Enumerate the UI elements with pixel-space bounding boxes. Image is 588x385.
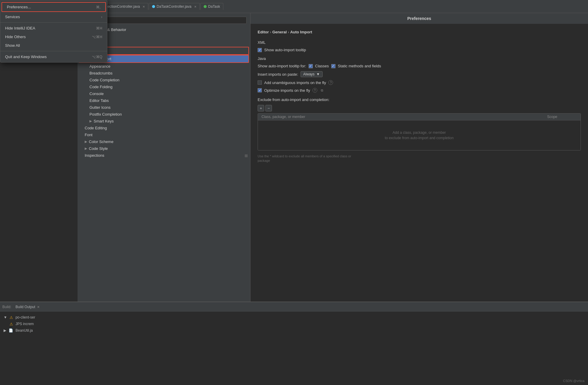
optimize-imports-checkbox[interactable]: ✓ (258, 88, 262, 92)
breadcrumb: Editor › General › Auto Import (258, 30, 581, 34)
pref-item-color-scheme[interactable]: ▶ Color Scheme (78, 138, 250, 145)
menu-shortcut: ⌘, (96, 5, 100, 9)
menu-divider-2 (0, 51, 107, 51)
services-menu-item[interactable]: Services › (0, 13, 107, 21)
breadcrumb-auto-import: Auto Import (290, 30, 312, 34)
menu-item-label: Hide IntelliJ IDEA (5, 26, 35, 30)
bottom-panel-tabs: Build: Build Output ✕ (0, 302, 588, 312)
chevron-down-icon: ▼ (316, 72, 320, 76)
file-icon: 📄 (9, 328, 13, 333)
menu-divider-1 (0, 22, 107, 23)
pref-item-code-style[interactable]: ▶ Code Style (78, 145, 250, 152)
hide-intellij-menu-item[interactable]: Hide IntelliJ IDEA ⌘H (0, 24, 107, 32)
quit-menu-item[interactable]: Quit and Keep Windows ⌥⌘Q (0, 52, 107, 61)
build-output-tab[interactable]: Build Output ✕ (13, 304, 43, 310)
add-unambiguous-checkbox[interactable] (258, 80, 262, 85)
pref-item-console[interactable]: Console (78, 90, 250, 97)
xml-show-tooltip-checkbox[interactable]: ✓ (258, 48, 262, 52)
exclude-toolbar: + − (258, 105, 581, 111)
breadcrumb-sep2: › (288, 30, 290, 34)
classes-label: Classes (315, 64, 329, 68)
pref-item-label: Smart Keys (94, 119, 114, 123)
menu-shortcut: ⌥⌘Q (92, 55, 102, 59)
exclude-section: Exclude from auto-import and completion:… (258, 97, 581, 163)
menu-item-label: Hide Others (5, 35, 26, 39)
hint-line2: to exclude from auto-import and completi… (385, 135, 454, 141)
chevron-right-icon: ▶ (85, 140, 87, 144)
pref-item-editor-tabs[interactable]: Editor Tabs (78, 97, 250, 104)
build-row-po-client[interactable]: ▼ ⚠ po-client-ser (4, 314, 584, 321)
pref-item-breadcrumbs[interactable]: Breadcrumbs (78, 70, 250, 77)
tab-datask[interactable]: DaTask (200, 3, 223, 10)
tab-close-icon[interactable]: ✕ (143, 5, 145, 8)
pref-item-font[interactable]: Font (78, 131, 250, 138)
pref-item-label: Breadcrumbs (89, 71, 112, 75)
menu-shortcut: ⌘H (96, 26, 102, 30)
chevron-down-icon: ▼ (4, 315, 7, 319)
optimize-imports-row: ✓ Optimize imports on the fly ? ⧉ (258, 88, 581, 93)
add-unambiguous-row: Add unambiguous imports on the fly ? (258, 80, 581, 85)
warning-icon: ⚠ (10, 322, 13, 326)
static-methods-label: Static methods and fields (338, 64, 381, 68)
tab-close-icon[interactable]: ✕ (37, 305, 40, 309)
pref-item-label: Console (89, 91, 104, 96)
pref-item-label: Appearance (89, 64, 110, 69)
empty-hint: Add a class, package, or member to exclu… (385, 130, 454, 141)
remove-exclude-button[interactable]: − (265, 105, 272, 111)
pref-item-inspections[interactable]: Inspections ▦ (78, 152, 250, 159)
chevron-right-icon: ▶ (85, 147, 87, 150)
pref-item-appearance[interactable]: Appearance (78, 63, 250, 70)
insert-imports-dropdown[interactable]: Always ▼ (301, 71, 323, 77)
hide-others-menu-item[interactable]: Hide Others ⌥⌘H (0, 32, 107, 41)
table-header: Class, package, or member Scope (258, 114, 581, 120)
build-row-beanutil[interactable]: ▶ 📄 BeanUtil.ja (4, 327, 584, 334)
preferences-menu-item[interactable]: Preferences... ⌘, (2, 3, 105, 11)
pref-item-label: Code Folding (89, 85, 112, 89)
col-scope: Scope (547, 115, 577, 119)
chevron-right-icon: › (101, 15, 102, 19)
help-icon-optimize[interactable]: ? (312, 88, 317, 93)
pref-item-label: Code Style (89, 146, 108, 151)
tab-close-icon[interactable]: ✕ (194, 5, 196, 8)
pref-item-code-folding[interactable]: Code Folding (78, 83, 250, 90)
add-unambiguous-label: Add unambiguous imports on the fly (264, 80, 326, 85)
tab-label: DaTask (208, 4, 220, 9)
build-item-label: BeanUtil.ja (16, 328, 33, 333)
pref-item-postfix-completion[interactable]: Postfix Completion (78, 111, 250, 118)
xml-section-label: XML (258, 40, 581, 45)
pref-dialog-title: Preferences (250, 13, 588, 24)
pref-item-code-editing[interactable]: Code Editing (78, 125, 250, 131)
build-item-label: po-client-ser (16, 315, 35, 319)
build-item-label: JPS increm (16, 322, 34, 326)
copy-icon[interactable]: ⧉ (320, 88, 324, 93)
col-class-package: Class, package, or member (261, 115, 547, 119)
pref-item-label: Editor Tabs (89, 98, 109, 103)
pref-item-code-completion[interactable]: Code Completion (78, 77, 250, 83)
pref-item-label: Code Editing (85, 126, 107, 130)
insert-imports-row: Insert imports on paste: Always ▼ (258, 71, 581, 77)
tab-label: Build Output (16, 305, 35, 309)
pref-item-gutter-icons[interactable]: Gutter Icons (78, 104, 250, 111)
add-exclude-button[interactable]: + (258, 105, 264, 111)
warning-icon: ⚠ (10, 315, 13, 320)
menu-shortcut: ⌥⌘H (92, 35, 102, 39)
breadcrumb-sep1: › (270, 30, 272, 34)
tab-label: DaTaskController.java (157, 4, 191, 9)
pref-item-label: Color Scheme (89, 139, 113, 144)
classes-checkbox[interactable]: ✓ (309, 64, 313, 68)
build-row-jps[interactable]: ⚠ JPS increm (4, 321, 584, 327)
pref-item-smart-keys[interactable]: ▶ Smart Keys (78, 118, 250, 125)
help-icon[interactable]: ? (328, 80, 333, 85)
static-methods-checkbox[interactable]: ✓ (331, 64, 335, 68)
build-label: Build: (2, 305, 11, 309)
tab-dot (204, 5, 207, 8)
show-all-menu-item[interactable]: Show All (0, 41, 107, 50)
bottom-panel: Build: Build Output ✕ ▼ ⚠ po-client-ser … (0, 302, 588, 385)
menu-item-label: Quit and Keep Windows (5, 55, 47, 59)
pref-item-label: Code Completion (89, 78, 119, 82)
tab-dataskcontroller[interactable]: DaTaskController.java ✕ (149, 3, 200, 10)
pref-content: Preferences Editor › General › Auto Impo… (250, 13, 588, 302)
scroll-indicator-icon: ▦ (245, 153, 248, 158)
watermark: CSDN @vrtica (563, 379, 584, 383)
optimize-imports-label: Optimize imports on the fly (264, 88, 310, 93)
